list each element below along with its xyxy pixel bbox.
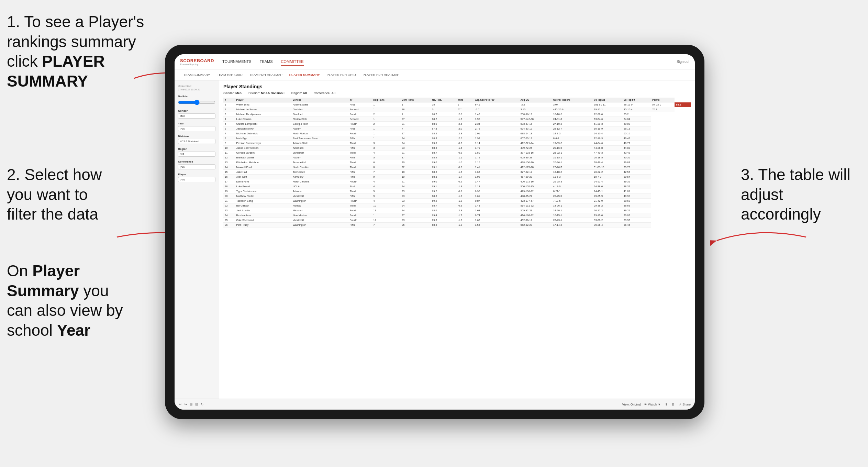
- subnav-player-summary[interactable]: PLAYER SUMMARY: [286, 71, 323, 78]
- table-title: Player Standings: [223, 84, 691, 89]
- table-cell: 1.47: [474, 179, 519, 184]
- table-cell: North Carolina: [291, 179, 348, 184]
- scoreboard-logo: SCOREBOARD Powered by clipp: [180, 58, 214, 66]
- table-cell: -2.3: [456, 208, 474, 213]
- no-rds-slider[interactable]: [178, 100, 215, 105]
- table-cell: Fourth: [348, 213, 372, 218]
- table-cell: 43.49: [622, 151, 651, 155]
- table-cell: 69.1: [431, 165, 456, 170]
- nav-links: TOURNAMENTS TEAMS COMMITTEE: [222, 58, 677, 66]
- grid-btn[interactable]: ⊞: [672, 403, 675, 406]
- table-cell: 5: [223, 122, 235, 126]
- table-cell: Third: [348, 141, 372, 146]
- col-wins: Wins: [456, 98, 474, 102]
- table-cell: 22-26-7: [552, 165, 593, 170]
- table-cell: Mats Ege: [235, 136, 291, 141]
- table-cell: 23: [400, 218, 431, 223]
- table-cell: 429-198-22: [519, 189, 552, 194]
- logo-sub: Powered by clipp: [180, 63, 214, 66]
- player-select[interactable]: (All): [178, 177, 215, 182]
- tablet-screen: SCOREBOARD Powered by clipp TOURNAMENTS …: [175, 54, 695, 410]
- table-cell: 412-179-28: [519, 165, 552, 170]
- table-cell: 7: [372, 170, 400, 175]
- export-btn[interactable]: ⬆: [665, 403, 668, 406]
- bottom-bar-right: 👁 Watch ▼ ⬆ ⊞ ↗ Share: [644, 403, 691, 406]
- subnav-team-h2h-heatmap[interactable]: TEAM H2H HEATMAP: [246, 71, 286, 78]
- subnav-player-h2h-heatmap[interactable]: PLAYER H2H HEATMAP: [359, 71, 403, 78]
- table-cell: 208-96-13: [519, 112, 552, 117]
- logo-text: SCOREBOARD: [180, 58, 214, 63]
- table-cell: Fourth: [348, 131, 372, 136]
- paste-icon[interactable]: ⊟: [195, 402, 198, 406]
- instruction-on-player: On Player Summary you can also view by s…: [7, 261, 124, 340]
- table-cell: 21: [223, 199, 235, 203]
- instruction-step2-text: 2. Select how you want to filter the dat…: [7, 166, 102, 223]
- division-select[interactable]: NCAA Division I: [178, 139, 215, 144]
- table-cell: 11-5-3: [552, 175, 593, 179]
- table-cell: -2.5: [456, 136, 474, 141]
- instruction-step3: 3. The table will adjust accordingly: [741, 165, 858, 224]
- table-cell: Fifth: [348, 175, 372, 179]
- share-btn[interactable]: ↗ Share: [679, 403, 691, 406]
- table-cell: Fourth: [348, 179, 372, 184]
- table-cell: 12: [372, 218, 400, 223]
- table-cell: Fourth: [348, 208, 372, 213]
- table-cell: 49.42: [622, 136, 651, 141]
- sidebar-year-section: Year (All): [178, 122, 215, 131]
- table-cell: 19: [223, 189, 235, 194]
- main-content: Update time: 27/03/2024 16:56:26 No Rds.…: [175, 80, 695, 399]
- table-cell: 6: [372, 160, 400, 165]
- year-select[interactable]: (All): [178, 126, 215, 131]
- table-cell: 3: [223, 112, 235, 117]
- table-cell: 10-15-1: [552, 213, 593, 218]
- undo-icon[interactable]: ↩: [179, 402, 181, 406]
- table-cell: 13-18-2: [552, 170, 593, 175]
- table-cell: 68.2: [431, 131, 456, 136]
- table-cell: 39.35: [622, 179, 651, 184]
- table-cell: -2.5: [456, 122, 474, 126]
- table-cell: 1: [372, 213, 400, 218]
- table-cell: 24-10-4: [592, 131, 622, 136]
- table-cell: 35-26-4: [592, 223, 622, 227]
- tablet-device: SCOREBOARD Powered by clipp TOURNAMENTS …: [165, 45, 704, 419]
- table-cell: 21-42-9: [592, 199, 622, 203]
- table-cell: 473-177-57: [519, 199, 552, 203]
- table-cell: 0: [431, 107, 456, 112]
- table-cell: 452-96-12: [519, 218, 552, 223]
- table-cell: Third: [348, 165, 372, 170]
- table-cell: 51-51-10: [592, 165, 622, 170]
- col-school: School: [291, 98, 348, 102]
- conference-select[interactable]: (All): [178, 164, 215, 169]
- watch-btn[interactable]: 👁 Watch ▼: [644, 403, 661, 406]
- nav-signout[interactable]: Sign out: [677, 60, 689, 64]
- table-cell: 412-221-24: [519, 141, 552, 146]
- nav-teams[interactable]: TEAMS: [260, 58, 273, 66]
- table-cell: 1: [372, 126, 400, 131]
- table-cell: 19-7-3: [592, 175, 622, 179]
- table-cell: 63-54-6: [592, 117, 622, 122]
- table-cell: 67.3: [431, 126, 456, 131]
- table-cell: -1.8: [456, 223, 474, 227]
- subnav-team-h2h-grid[interactable]: TEAM H2H GRID: [213, 71, 246, 78]
- copy-icon[interactable]: ⊞: [190, 402, 192, 406]
- region-select[interactable]: N/A: [178, 152, 215, 157]
- subnav-team-summary[interactable]: TEAM SUMMARY: [180, 71, 213, 78]
- table-cell: North Florida: [291, 131, 348, 136]
- nav-tournaments[interactable]: TOURNAMENTS: [222, 58, 252, 66]
- sidebar-region-section: Region N/A: [178, 147, 215, 157]
- table-cell: 61-20-3: [592, 122, 622, 126]
- table-cell: 24-45-1: [592, 189, 622, 194]
- nav-committee[interactable]: COMMITTEE: [281, 58, 304, 66]
- subnav-player-h2h-grid[interactable]: PLAYER H2H GRID: [323, 71, 359, 78]
- redo-icon[interactable]: ↪: [184, 402, 187, 406]
- table-cell: 19-39-2: [552, 141, 593, 146]
- table-cell: Third: [348, 189, 372, 194]
- table-row: 15Jake HallTennesseeFifth71868.5-1.51.66…: [223, 170, 691, 175]
- gender-select[interactable]: Men: [178, 113, 215, 119]
- table-cell: 12: [223, 155, 235, 160]
- instruction-on-text: On Player Summary you can also view by s…: [7, 262, 123, 339]
- refresh-icon[interactable]: ↻: [201, 402, 203, 406]
- table-cell: 8-6-1: [552, 136, 593, 141]
- table-cell: 1.61: [474, 194, 519, 199]
- table-cell: 509-82-21: [519, 208, 552, 213]
